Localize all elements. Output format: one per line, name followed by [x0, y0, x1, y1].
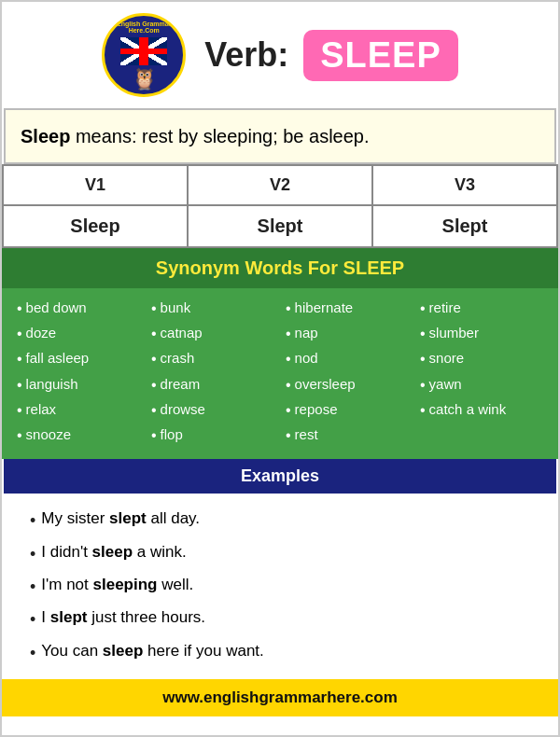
owl-emoji: 🦉 — [105, 69, 183, 90]
example-bold: slept — [50, 608, 88, 626]
synonym-item: oversleep — [286, 372, 409, 397]
synonym-col-1: bed downdozefall asleeplanguishrelaxsnoo… — [11, 296, 146, 448]
example-bold: sleeping — [93, 576, 158, 593]
synonym-item: snore — [420, 346, 543, 371]
synonym-item: languish — [17, 372, 140, 397]
example-item: My sister slept all day. — [30, 505, 530, 535]
example-rest: all day. — [147, 509, 200, 527]
v2-header: V2 — [188, 165, 372, 205]
synonym-item: nod — [286, 346, 409, 371]
synonym-item: rest — [286, 423, 409, 448]
v2-value: Slept — [188, 205, 372, 247]
synonym-item: bed down — [17, 296, 140, 321]
synonym-item: hibernate — [286, 296, 409, 321]
footer-url: www.englishgrammarhere.com — [162, 688, 398, 706]
examples-header: Examples — [4, 459, 556, 494]
synonym-item: snooze — [17, 423, 140, 448]
synonym-item: retire — [420, 296, 543, 321]
v3-value: Slept — [372, 205, 557, 247]
v1-value: Sleep — [3, 205, 188, 247]
synonym-item: bunk — [151, 296, 274, 321]
synonym-item: catnap — [151, 321, 274, 346]
synonym-col-4: retireslumbersnoreyawncatch a wink — [414, 296, 549, 448]
definition-text: means: rest by sleeping; be asleep. — [70, 126, 369, 146]
synonym-item: yawn — [420, 372, 543, 397]
synonym-item: fall asleep — [17, 346, 140, 371]
example-bold: sleep — [103, 642, 143, 660]
uk-flag — [120, 37, 167, 65]
footer: www.englishgrammarhere.com — [2, 679, 558, 716]
synonym-item: repose — [286, 397, 409, 423]
example-item: I slept just three hours. — [30, 604, 530, 634]
logo: English Grammar Here.Com 🦉 — [102, 13, 186, 97]
example-text: You can sleep here if you want. — [41, 637, 264, 666]
synonym-item: relax — [17, 397, 140, 423]
example-rest: well. — [158, 576, 194, 593]
example-bold: slept — [109, 509, 147, 527]
logo-inner: English Grammar Here.Com 🦉 — [105, 21, 183, 90]
verb-forms-table: V1 V2 V3 Sleep Slept Slept — [2, 164, 558, 248]
synonym-col-3: hibernatenapnodoversleepreposerest — [280, 296, 414, 448]
v3-header: V3 — [372, 165, 557, 205]
synonym-item: drowse — [151, 397, 274, 423]
word-badge: SLEEP — [303, 30, 458, 81]
example-rest: here if you want. — [143, 642, 263, 660]
verb-label: Verb: — [204, 35, 288, 75]
example-item: You can sleep here if you want. — [30, 637, 530, 668]
synonym-col-2: bunkcatnapcrashdreamdrowseflop — [146, 296, 280, 448]
example-item: I didn't sleep a wink. — [30, 538, 530, 569]
synonym-header: Synonym Words For SLEEP — [2, 248, 558, 288]
example-text: I'm not sleeping well. — [41, 571, 193, 600]
synonym-item: catch a wink — [420, 397, 543, 423]
example-text: I slept just three hours. — [41, 604, 205, 633]
definition-section: Sleep means: rest by sleeping; be asleep… — [4, 108, 556, 164]
examples-body: My sister slept all day.I didn't sleep a… — [2, 494, 558, 679]
synonym-body: bed downdozefall asleeplanguishrelaxsnoo… — [2, 288, 558, 459]
synonym-item: slumber — [420, 321, 543, 346]
header-section: English Grammar Here.Com 🦉 Verb: SLEEP — [2, 2, 558, 108]
example-item: I'm not sleeping well. — [30, 571, 530, 602]
example-bold: sleep — [92, 543, 133, 561]
synonym-title-prefix: Synonym Words For — [156, 257, 343, 278]
synonym-item: nap — [286, 321, 409, 346]
example-text: My sister slept all day. — [41, 505, 200, 534]
example-rest: a wink. — [133, 543, 187, 561]
v1-header: V1 — [3, 165, 188, 205]
synonym-item: dream — [151, 372, 274, 397]
synonym-item: doze — [17, 321, 140, 346]
logo-text: English Grammar Here.Com — [105, 21, 183, 34]
synonym-item: crash — [151, 346, 274, 371]
definition-bold-word: Sleep — [21, 126, 70, 146]
example-rest: just three hours. — [87, 608, 205, 626]
synonym-title-word: SLEEP — [343, 257, 405, 278]
example-text: I didn't sleep a wink. — [41, 538, 186, 567]
synonym-item: flop — [151, 423, 274, 448]
